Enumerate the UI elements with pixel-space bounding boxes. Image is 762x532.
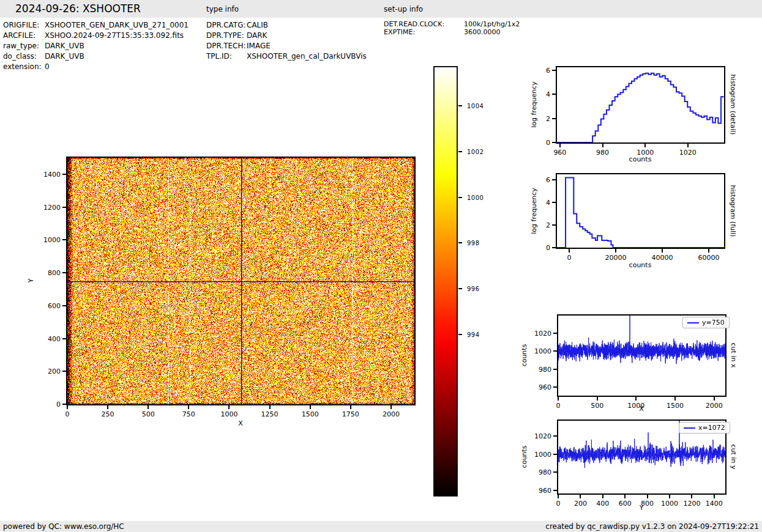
- cut-in-y-side-label: cut in y: [730, 445, 738, 470]
- meta-value: 3600.0000: [464, 28, 501, 36]
- tick-mark: [553, 454, 557, 455]
- meta-label: DPR.CATG:: [206, 20, 247, 31]
- meta-label: ORIGFILE:: [3, 20, 45, 31]
- tick-label: 960: [539, 486, 551, 494]
- tick-mark: [62, 239, 66, 240]
- tick-label: 200: [48, 368, 61, 375]
- tick-label: 1002: [467, 148, 484, 155]
- main-y-axis-label: Y: [27, 279, 35, 283]
- tick-mark: [62, 174, 66, 175]
- page-title: 2024-09-26: XSHOOTER: [15, 2, 141, 15]
- meta-value: XSHOOTER_GEN_DARK_UVB_271_0001: [45, 20, 189, 31]
- tick-mark: [62, 338, 66, 339]
- tick-mark: [228, 405, 230, 409]
- tick-mark: [687, 144, 689, 147]
- footer-right-text: created by qc_rawdisp.py v1.2.3 on 2024-…: [545, 521, 759, 532]
- tick-mark: [569, 249, 570, 253]
- tick-label: 1020: [679, 149, 697, 157]
- header-bar: 2024-09-26: XSHOOTER type info set-up in…: [0, 0, 762, 18]
- tick-mark: [62, 305, 66, 306]
- tick-mark: [602, 144, 603, 147]
- tick-mark: [691, 495, 692, 498]
- tick-label: 1500: [667, 402, 684, 410]
- tick-label: 980: [539, 468, 551, 476]
- meta-label: do_class:: [3, 51, 45, 62]
- cut-in-y-legend: x=1072: [679, 422, 730, 434]
- tick-label: 250: [102, 410, 114, 418]
- tick-label: 1250: [261, 410, 278, 418]
- tick-mark: [269, 405, 271, 409]
- tick-label: 800: [641, 500, 654, 508]
- tick-label: 994: [467, 331, 480, 338]
- tick-label: 2: [546, 114, 550, 122]
- main-x-axis-label: X: [238, 419, 243, 427]
- meta-label: DPR.TYPE:: [206, 31, 247, 41]
- tick-mark: [107, 405, 108, 409]
- tick-label: 1200: [43, 203, 61, 211]
- type-info-heading: type info: [206, 5, 239, 13]
- tick-label: 1500: [302, 410, 319, 418]
- tick-label: 400: [48, 334, 61, 342]
- tick-label: 2000: [706, 402, 723, 410]
- tick-mark: [188, 405, 189, 409]
- tick-mark: [708, 249, 709, 253]
- tick-mark: [458, 105, 462, 106]
- tick-label: 960: [539, 383, 551, 391]
- tick-label: 960: [553, 149, 566, 157]
- histogram-full-plot: [557, 174, 724, 248]
- meta-label: extension:: [3, 62, 45, 72]
- tick-label: 500: [142, 410, 155, 418]
- meta-value: 100k/1pt/hg/1x2: [464, 20, 520, 28]
- setup-info-heading: set-up info: [384, 5, 423, 13]
- tick-mark: [350, 405, 351, 409]
- tick-label: 998: [467, 240, 480, 246]
- histogram-detail-plot: [557, 67, 724, 142]
- tick-label: 1020: [534, 329, 551, 337]
- tick-label: 1400: [706, 500, 723, 508]
- dark-frame-heatmap: [67, 158, 414, 404]
- tick-label: 996: [467, 286, 480, 292]
- meta-row: ARCFILE:XSHOO.2024-09-27T15:35:33.092.fi…: [3, 31, 189, 41]
- tick-label: 4: [546, 91, 550, 98]
- meta-label: DPR.TECH:: [206, 41, 247, 51]
- tick-label: 0: [546, 244, 550, 252]
- tick-label: 0: [556, 402, 561, 410]
- tick-label: 1000: [467, 194, 484, 201]
- tick-mark: [559, 144, 561, 147]
- meta-row: raw_type:DARK_UVB: [3, 41, 189, 51]
- tick-mark: [552, 247, 556, 248]
- tick-mark: [714, 397, 715, 401]
- setup-info-block: DET.READ.CLOCK:100k/1pt/hg/1x2 EXPTIME:3…: [384, 20, 520, 36]
- meta-row: extension:0: [3, 62, 189, 72]
- tick-label: 400: [596, 500, 609, 508]
- meta-row: DPR.CATG:CALIB: [206, 20, 367, 31]
- tick-label: 1020: [534, 432, 551, 440]
- tick-label: 1004: [467, 102, 484, 109]
- meta-label: raw_type:: [3, 41, 45, 51]
- tick-label: 0: [546, 139, 550, 147]
- tick-mark: [558, 495, 559, 498]
- tick-label: 600: [48, 301, 61, 309]
- tick-mark: [553, 386, 557, 388]
- tick-mark: [597, 397, 598, 401]
- type-info-block: DPR.CATG:CALIB DPR.TYPE:DARK DPR.TECH:IM…: [206, 20, 367, 62]
- meta-row: TPL.ID:XSHOOTER_gen_cal_DarkUVBVis: [206, 51, 367, 62]
- meta-row: DPR.TYPE:DARK: [206, 31, 367, 41]
- tick-label: 0: [556, 500, 561, 508]
- cut-in-y-y-label: counts: [520, 446, 528, 468]
- tick-mark: [390, 405, 392, 409]
- tick-mark: [552, 70, 556, 71]
- tick-label: 2000: [383, 410, 400, 418]
- tick-mark: [148, 405, 149, 409]
- meta-value: DARK: [247, 31, 267, 41]
- tick-mark: [553, 333, 557, 334]
- legend-label: y=750: [702, 319, 725, 327]
- cut-in-x-y-label: counts: [520, 344, 528, 367]
- tick-label: 200: [574, 500, 587, 508]
- tick-mark: [458, 197, 462, 198]
- cut-in-x-legend: y=750: [682, 317, 730, 328]
- tick-mark: [553, 350, 557, 352]
- legend-line-swatch: [687, 322, 699, 323]
- tick-label: 980: [539, 365, 551, 373]
- tick-label: 4: [546, 199, 550, 207]
